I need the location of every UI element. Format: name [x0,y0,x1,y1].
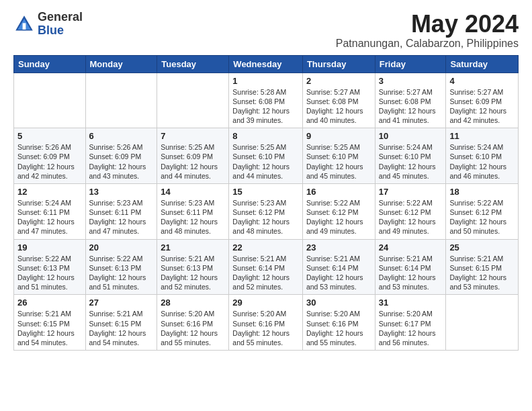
day-info: Sunrise: 5:24 AM Sunset: 6:11 PM Dayligh… [17,198,82,236]
day-number: 28 [161,298,225,308]
day-number: 25 [449,242,515,253]
day-info: Sunrise: 5:27 AM Sunset: 6:08 PM Dayligh… [306,87,371,126]
day-info: Sunrise: 5:27 AM Sunset: 6:09 PM Dayligh… [449,87,515,126]
cell-w4-d4: 30Sunrise: 5:20 AM Sunset: 6:16 PM Dayli… [302,295,375,351]
cell-w2-d4: 16Sunrise: 5:22 AM Sunset: 6:12 PM Dayli… [302,183,375,239]
col-friday: Friday [375,55,446,73]
header-row: Sunday Monday Tuesday Wednesday Thursday… [14,55,519,73]
cell-w4-d2: 28Sunrise: 5:20 AM Sunset: 6:16 PM Dayli… [157,295,229,351]
cell-w2-d0: 12Sunrise: 5:24 AM Sunset: 6:11 PM Dayli… [14,183,86,239]
day-info: Sunrise: 5:23 AM Sunset: 6:11 PM Dayligh… [161,198,225,236]
day-number: 8 [232,131,299,141]
cell-w3-d6: 25Sunrise: 5:21 AM Sunset: 6:15 PM Dayli… [446,239,519,295]
day-info: Sunrise: 5:22 AM Sunset: 6:12 PM Dayligh… [379,198,443,236]
day-number: 26 [17,298,82,308]
header: General Blue May 2024 Patnanungan, Calab… [13,11,519,50]
day-number: 21 [161,242,225,253]
col-monday: Monday [85,55,157,73]
cell-w3-d0: 19Sunrise: 5:22 AM Sunset: 6:13 PM Dayli… [14,239,86,295]
cell-w0-d6: 4Sunrise: 5:27 AM Sunset: 6:09 PM Daylig… [446,73,519,128]
cell-w2-d3: 15Sunrise: 5:23 AM Sunset: 6:12 PM Dayli… [229,183,303,239]
day-info: Sunrise: 5:23 AM Sunset: 6:11 PM Dayligh… [89,198,154,236]
day-info: Sunrise: 5:22 AM Sunset: 6:12 PM Dayligh… [449,198,515,236]
cell-w3-d2: 21Sunrise: 5:21 AM Sunset: 6:13 PM Dayli… [157,239,229,295]
col-saturday: Saturday [446,55,519,73]
day-number: 2 [306,76,371,86]
day-number: 13 [89,187,154,197]
day-info: Sunrise: 5:28 AM Sunset: 6:08 PM Dayligh… [232,87,299,126]
cell-w2-d1: 13Sunrise: 5:23 AM Sunset: 6:11 PM Dayli… [85,183,157,239]
col-tuesday: Tuesday [157,55,229,73]
day-number: 29 [232,298,299,308]
day-number: 15 [232,187,299,197]
day-number: 27 [89,298,154,308]
cell-w2-d5: 17Sunrise: 5:22 AM Sunset: 6:12 PM Dayli… [375,183,446,239]
day-info: Sunrise: 5:22 AM Sunset: 6:13 PM Dayligh… [17,254,82,292]
cell-w4-d0: 26Sunrise: 5:21 AM Sunset: 6:15 PM Dayli… [14,295,86,351]
cell-w0-d0 [14,73,86,128]
day-number: 22 [232,242,299,253]
logo-icon [13,13,35,35]
day-number: 17 [379,187,443,197]
week-row-1: 5Sunrise: 5:26 AM Sunset: 6:09 PM Daylig… [14,128,519,184]
cell-w4-d5: 31Sunrise: 5:20 AM Sunset: 6:17 PM Dayli… [375,295,446,351]
day-number: 30 [306,298,371,308]
day-number: 18 [449,187,515,197]
day-number: 31 [379,298,443,308]
logo: General Blue [13,11,83,38]
day-number: 6 [89,131,154,141]
day-info: Sunrise: 5:20 AM Sunset: 6:16 PM Dayligh… [306,309,371,347]
day-info: Sunrise: 5:24 AM Sunset: 6:10 PM Dayligh… [449,142,515,181]
svg-rect-2 [23,23,26,30]
week-row-4: 26Sunrise: 5:21 AM Sunset: 6:15 PM Dayli… [14,295,519,351]
logo-blue: Blue [38,24,83,38]
day-info: Sunrise: 5:22 AM Sunset: 6:13 PM Dayligh… [89,254,154,292]
logo-general: General [38,11,83,24]
week-row-2: 12Sunrise: 5:24 AM Sunset: 6:11 PM Dayli… [14,183,519,239]
cell-w1-d1: 6Sunrise: 5:26 AM Sunset: 6:09 PM Daylig… [85,128,157,184]
calendar-table: Sunday Monday Tuesday Wednesday Thursday… [13,55,519,351]
cell-w1-d2: 7Sunrise: 5:25 AM Sunset: 6:09 PM Daylig… [157,128,229,184]
day-number: 5 [17,131,82,141]
day-number: 7 [161,131,225,141]
cell-w1-d0: 5Sunrise: 5:26 AM Sunset: 6:09 PM Daylig… [14,128,86,184]
title-block: May 2024 Patnanungan, Calabarzon, Philip… [336,11,519,50]
day-info: Sunrise: 5:21 AM Sunset: 6:15 PM Dayligh… [17,309,82,347]
day-info: Sunrise: 5:21 AM Sunset: 6:14 PM Dayligh… [306,254,371,292]
day-number: 16 [306,187,371,197]
day-info: Sunrise: 5:25 AM Sunset: 6:09 PM Dayligh… [161,142,225,181]
day-info: Sunrise: 5:27 AM Sunset: 6:08 PM Dayligh… [379,87,443,126]
day-info: Sunrise: 5:21 AM Sunset: 6:14 PM Dayligh… [232,254,299,292]
cell-w0-d1 [85,73,157,128]
day-number: 14 [161,187,225,197]
day-info: Sunrise: 5:24 AM Sunset: 6:10 PM Dayligh… [379,142,443,181]
day-info: Sunrise: 5:20 AM Sunset: 6:17 PM Dayligh… [379,309,443,347]
col-thursday: Thursday [302,55,375,73]
col-sunday: Sunday [14,55,86,73]
day-number: 19 [17,242,82,253]
day-number: 1 [232,76,299,86]
day-number: 20 [89,242,154,253]
location-title: Patnanungan, Calabarzon, Philippines [336,38,519,50]
day-number: 10 [379,131,443,141]
day-info: Sunrise: 5:25 AM Sunset: 6:10 PM Dayligh… [306,142,371,181]
day-info: Sunrise: 5:25 AM Sunset: 6:10 PM Dayligh… [232,142,299,181]
day-info: Sunrise: 5:20 AM Sunset: 6:16 PM Dayligh… [232,309,299,347]
day-number: 12 [17,187,82,197]
day-info: Sunrise: 5:26 AM Sunset: 6:09 PM Dayligh… [89,142,154,181]
day-number: 11 [449,131,515,141]
cell-w4-d1: 27Sunrise: 5:21 AM Sunset: 6:15 PM Dayli… [85,295,157,351]
day-info: Sunrise: 5:23 AM Sunset: 6:12 PM Dayligh… [232,198,299,236]
day-info: Sunrise: 5:21 AM Sunset: 6:15 PM Dayligh… [449,254,515,292]
page: General Blue May 2024 Patnanungan, Calab… [0,0,532,411]
day-info: Sunrise: 5:21 AM Sunset: 6:13 PM Dayligh… [161,254,225,292]
cell-w1-d5: 10Sunrise: 5:24 AM Sunset: 6:10 PM Dayli… [375,128,446,184]
cell-w1-d4: 9Sunrise: 5:25 AM Sunset: 6:10 PM Daylig… [302,128,375,184]
cell-w4-d6 [446,295,519,351]
col-wednesday: Wednesday [229,55,303,73]
cell-w3-d1: 20Sunrise: 5:22 AM Sunset: 6:13 PM Dayli… [85,239,157,295]
day-info: Sunrise: 5:26 AM Sunset: 6:09 PM Dayligh… [17,142,82,181]
cell-w4-d3: 29Sunrise: 5:20 AM Sunset: 6:16 PM Dayli… [229,295,303,351]
cell-w1-d3: 8Sunrise: 5:25 AM Sunset: 6:10 PM Daylig… [229,128,303,184]
cell-w2-d6: 18Sunrise: 5:22 AM Sunset: 6:12 PM Dayli… [446,183,519,239]
